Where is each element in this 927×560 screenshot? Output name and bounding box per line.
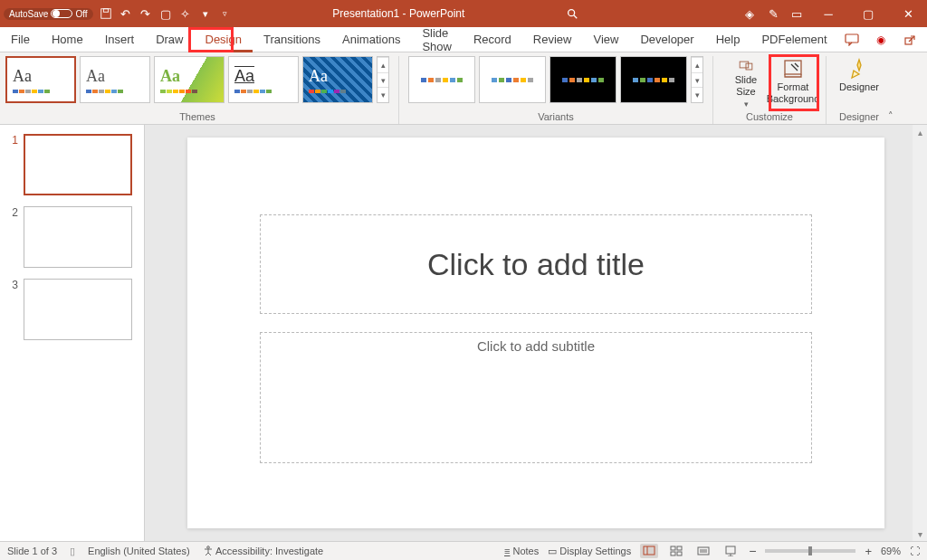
tab-developer[interactable]: Developer xyxy=(629,27,704,52)
zoom-value[interactable]: 69% xyxy=(881,546,901,556)
stat-icon[interactable]: ▯ xyxy=(70,546,75,557)
zoom-in-button[interactable]: + xyxy=(865,545,872,558)
svg-point-10 xyxy=(206,546,209,549)
variants-group-label: Variants xyxy=(538,111,574,124)
record-indicator-icon[interactable]: ◉ xyxy=(867,30,894,50)
tab-transitions[interactable]: Transitions xyxy=(253,27,331,52)
tab-help[interactable]: Help xyxy=(705,27,751,52)
scroll-up-icon[interactable]: ▴ xyxy=(913,125,927,139)
display-settings[interactable]: ▭ Display Settings xyxy=(548,546,631,557)
close-button[interactable]: ✕ xyxy=(893,0,923,27)
ribbon-display-icon[interactable]: ▭ xyxy=(789,6,804,21)
svg-point-2 xyxy=(569,10,575,16)
quickaccess-more-icon[interactable]: ▾ xyxy=(198,6,213,21)
search-icon[interactable] xyxy=(565,6,579,21)
designer-button[interactable]: Designer xyxy=(836,56,883,109)
normal-view-icon[interactable] xyxy=(640,544,658,558)
designer-group-label: Designer xyxy=(839,111,879,124)
slideshow-view-icon[interactable] xyxy=(722,544,740,558)
autosave-toggle[interactable]: AutoSave Off xyxy=(4,8,93,20)
themes-group: Aa Aa Aa Aa Aa ▴▾▾ Themes xyxy=(5,56,399,124)
scroll-down-icon[interactable]: ▾ xyxy=(913,527,927,541)
comments-icon[interactable] xyxy=(838,30,865,50)
language-status[interactable]: English (United States) xyxy=(88,546,190,556)
slide-counter[interactable]: Slide 1 of 3 xyxy=(7,546,57,556)
tab-review[interactable]: Review xyxy=(522,27,583,52)
format-background-button[interactable]: Format Background xyxy=(769,56,817,109)
svg-rect-14 xyxy=(677,546,682,550)
maximize-button[interactable]: ▢ xyxy=(853,0,884,27)
slide-size-button[interactable]: Slide Size ▾ xyxy=(722,56,769,109)
customize-group: Slide Size ▾ Format Background Customize xyxy=(722,56,827,124)
svg-rect-16 xyxy=(677,552,682,555)
notes-toggle[interactable]: ≡ Notes xyxy=(504,546,539,556)
qat-customize-icon[interactable]: ▿ xyxy=(218,6,233,21)
tab-record[interactable]: Record xyxy=(463,27,522,52)
ribbon-tab-strip: File Home Insert Draw Design Transitions… xyxy=(0,27,927,52)
customize-group-label: Customize xyxy=(746,111,793,124)
slide-thumb-3[interactable]: 3 xyxy=(7,279,137,340)
slide-thumb-2[interactable]: 2 xyxy=(7,206,137,268)
variant-item[interactable] xyxy=(408,56,475,103)
variants-group: ▴▾▾ Variants xyxy=(408,56,713,124)
themes-group-label: Themes xyxy=(179,111,215,124)
svg-rect-8 xyxy=(746,63,752,70)
tab-slideshow[interactable]: Slide Show xyxy=(411,27,463,52)
variant-item[interactable] xyxy=(620,56,687,103)
svg-rect-7 xyxy=(740,62,749,68)
share-icon[interactable] xyxy=(896,30,923,50)
window-title: Presentation1 - PowerPoint xyxy=(233,7,565,20)
present-icon[interactable]: ▢ xyxy=(158,6,173,21)
theme-item[interactable]: Aa xyxy=(154,56,225,103)
touch-mode-icon[interactable]: ✧ xyxy=(178,6,193,21)
tab-design[interactable]: Design xyxy=(195,27,253,52)
theme-item[interactable]: Aa xyxy=(80,56,150,103)
theme-item[interactable]: Aa xyxy=(302,56,373,103)
fit-to-window-icon[interactable]: ⛶ xyxy=(910,546,920,556)
theme-office[interactable]: Aa xyxy=(5,56,76,103)
undo-icon[interactable]: ↶ xyxy=(119,6,133,21)
tab-pdfelement[interactable]: PDFelement xyxy=(750,27,837,52)
autosave-state: Off xyxy=(75,9,87,19)
diamond-icon[interactable]: ◈ xyxy=(742,6,757,21)
svg-rect-20 xyxy=(726,546,735,554)
variant-item[interactable] xyxy=(479,56,546,103)
redo-icon[interactable]: ↷ xyxy=(139,6,153,21)
variant-item[interactable] xyxy=(550,56,616,103)
collapse-ribbon-icon[interactable]: ˄ xyxy=(888,110,894,122)
svg-rect-9 xyxy=(785,61,801,74)
zoom-out-button[interactable]: − xyxy=(749,544,756,558)
svg-rect-5 xyxy=(905,38,912,44)
svg-rect-15 xyxy=(671,552,675,555)
variants-more-button[interactable]: ▴▾▾ xyxy=(691,56,703,103)
save-icon[interactable] xyxy=(99,6,113,21)
svg-rect-13 xyxy=(671,546,675,550)
svg-rect-1 xyxy=(103,9,108,13)
autosave-label: AutoSave xyxy=(9,9,48,19)
titlebar: AutoSave Off ↶ ↷ ▢ ✧ ▾ ▿ Presentation1 -… xyxy=(0,0,927,27)
reading-view-icon[interactable] xyxy=(694,544,712,558)
thumbnail-icon xyxy=(24,134,132,195)
theme-item[interactable]: Aa xyxy=(228,56,299,103)
slide-editor: Click to add title Click to add subtitle… xyxy=(145,125,927,541)
tab-draw[interactable]: Draw xyxy=(145,27,194,52)
accessibility-status[interactable]: Accessibility: Investigate xyxy=(203,546,324,556)
thumbnail-icon xyxy=(24,206,132,268)
tab-insert[interactable]: Insert xyxy=(94,27,146,52)
tab-home[interactable]: Home xyxy=(41,27,94,52)
vertical-scrollbar[interactable]: ▴ ▾ xyxy=(913,125,927,541)
slide-sorter-icon[interactable] xyxy=(667,544,685,558)
themes-more-button[interactable]: ▴▾▾ xyxy=(377,56,389,103)
slide-thumb-1[interactable]: 1 xyxy=(7,134,137,195)
minimize-button[interactable]: ─ xyxy=(813,0,844,27)
tab-file[interactable]: File xyxy=(0,27,41,52)
svg-rect-11 xyxy=(644,546,655,555)
zoom-slider[interactable] xyxy=(765,549,855,553)
thumbnail-icon xyxy=(24,279,132,340)
statusbar: Slide 1 of 3 ▯ English (United States) A… xyxy=(0,541,927,560)
tab-animations[interactable]: Animations xyxy=(331,27,411,52)
brush-icon[interactable]: ✎ xyxy=(766,6,780,21)
tab-view[interactable]: View xyxy=(582,27,629,52)
title-placeholder[interactable]: Click to add title xyxy=(260,214,812,314)
subtitle-placeholder[interactable]: Click to add subtitle xyxy=(260,332,812,463)
